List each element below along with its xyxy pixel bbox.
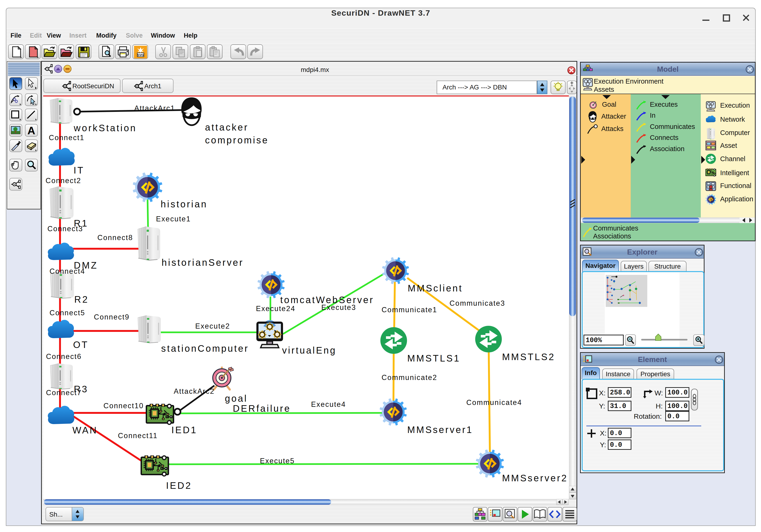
svg-text:historianServer: historianServer [162, 257, 244, 267]
svg-text:IT: IT [74, 165, 85, 175]
svg-text:Communicate4: Communicate4 [466, 398, 522, 407]
svg-text:Connect1: Connect1 [49, 134, 85, 142]
svg-text:compromise: compromise [205, 135, 269, 145]
svg-text:goal: goal [225, 393, 248, 403]
svg-text:Connect9: Connect9 [94, 313, 130, 321]
svg-text:Connect2: Connect2 [45, 177, 81, 185]
svg-text:Connect4: Connect4 [49, 267, 85, 275]
svg-text:R2: R2 [74, 294, 89, 305]
svg-text:MMSserver2: MMSserver2 [502, 473, 568, 483]
svg-text:Connect8: Connect8 [97, 234, 133, 242]
svg-text:Execute1: Execute1 [156, 215, 191, 223]
svg-text:Connect10: Connect10 [103, 402, 144, 410]
svg-text:MMSTLS1: MMSTLS1 [407, 353, 460, 363]
svg-text:Execute4: Execute4 [311, 400, 346, 408]
svg-text:WAN: WAN [72, 425, 97, 435]
svg-text:Connect7: Connect7 [46, 388, 82, 397]
svg-text:virtualEng: virtualEng [282, 345, 336, 355]
svg-text:IED1: IED1 [171, 425, 197, 435]
svg-text:Execute5: Execute5 [260, 457, 295, 465]
svg-text:DERfailure: DERfailure [233, 403, 291, 414]
svg-text:Execute24: Execute24 [256, 305, 295, 313]
svg-text:Execute3: Execute3 [321, 303, 356, 312]
svg-text:Connect5: Connect5 [49, 309, 85, 317]
svg-text:SVG: SVG [137, 53, 144, 57]
svg-text:MMSclient: MMSclient [408, 283, 463, 293]
svg-text:Communicate3: Communicate3 [449, 299, 505, 307]
svg-text:historian: historian [161, 199, 207, 209]
svg-text:Execute2: Execute2 [195, 322, 230, 330]
svg-text:Connect11: Connect11 [118, 432, 158, 440]
svg-text:Connect6: Connect6 [46, 352, 82, 361]
svg-text:AttackArc1: AttackArc1 [134, 104, 175, 112]
svg-text:Connect3: Connect3 [47, 225, 83, 233]
svg-text:Communicate1: Communicate1 [381, 306, 437, 314]
svg-text:OT: OT [73, 339, 89, 350]
svg-text:AttackArc2: AttackArc2 [174, 387, 214, 395]
svg-text:workStation: workStation [74, 123, 137, 133]
svg-text:MMSserver1: MMSserver1 [407, 425, 473, 435]
svg-text:Communicate2: Communicate2 [381, 374, 437, 382]
svg-text:IED2: IED2 [166, 480, 192, 491]
svg-text:attacker: attacker [205, 122, 249, 132]
svg-text:stationComputer: stationComputer [161, 343, 249, 354]
svg-text:MMSTLS2: MMSTLS2 [502, 352, 555, 362]
svg-text:A: A [27, 125, 35, 136]
